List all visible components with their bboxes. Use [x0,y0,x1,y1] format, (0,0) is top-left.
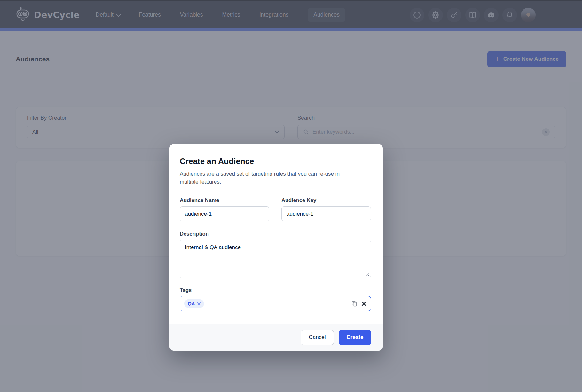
audience-name-input[interactable] [180,206,269,221]
audience-key-input[interactable] [281,206,371,221]
remove-tag-button[interactable] [197,302,201,305]
copy-icon[interactable] [351,301,358,307]
description-textarea[interactable]: Internal & QA audience [180,240,371,278]
audience-key-label: Audience Key [281,197,371,203]
close-icon [197,302,201,305]
create-audience-modal: Create an Audience Audiences are a saved… [169,144,383,351]
text-cursor [208,300,208,308]
modal-footer: Cancel Create [169,324,383,351]
modal-subtitle: Audiences are a saved set of targeting r… [180,170,352,186]
resize-handle[interactable] [366,273,369,276]
tags-input[interactable]: QA [180,296,371,311]
tag-chip-qa: QA [184,299,204,308]
tags-group: Tags QA [180,287,372,311]
modal-title: Create an Audience [180,157,372,166]
description-group: Description Internal & QA audience [180,231,372,278]
description-label: Description [180,231,372,237]
audience-name-group: Audience Name [180,197,269,221]
audience-key-group: Audience Key [281,197,371,221]
clear-tags-icon[interactable] [361,301,366,306]
create-button[interactable]: Create [339,330,371,345]
audience-name-label: Audience Name [180,197,269,203]
tag-chip-label: QA [188,301,195,306]
tags-label: Tags [180,287,372,293]
cancel-button[interactable]: Cancel [301,330,334,345]
